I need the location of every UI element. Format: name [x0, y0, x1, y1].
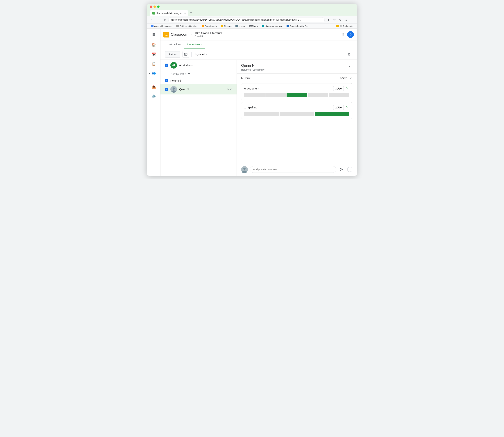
student-checkbox[interactable]: ✓: [165, 88, 168, 91]
grade-filter-label: Ungraded: [194, 53, 205, 56]
spelling-rubric-bar: [244, 112, 349, 116]
rubric-score: 50/70: [340, 77, 352, 80]
spelling-seg-1[interactable]: [280, 112, 314, 116]
split-area: ✓ All students Sort by status ▼: [161, 60, 357, 176]
app-container: ☰ 🏠 📅 📋 👥 ▶ 📥: [147, 29, 357, 176]
people-icon: 👥: [152, 71, 156, 76]
sort-dropdown-icon[interactable]: ▼: [188, 72, 191, 76]
detail-header: Quinn N Returned (See history) ×: [237, 60, 357, 73]
window-close-dot[interactable]: [150, 6, 152, 8]
argument-rubric-bar: [244, 93, 349, 97]
student-list-item[interactable]: ✓ Quinn N Draft: [161, 84, 237, 94]
hamburger-menu-button[interactable]: ☰: [150, 31, 158, 38]
argument-seg-3[interactable]: [308, 93, 328, 97]
argument-seg-2[interactable]: [287, 93, 307, 97]
bookmark-apps[interactable]: Apps with access...: [150, 24, 174, 28]
bookmark-all[interactable]: All Bookmarks: [335, 24, 355, 28]
checkbox-check-icon: ✓: [166, 64, 167, 67]
bookmarks-bar: Apps with access... Settings - Cookie...…: [147, 24, 357, 29]
detail-student-status: Returned (See history): [241, 68, 346, 71]
rubric-item-spelling-header: 1: Spelling 20/20: [244, 105, 349, 110]
spelling-expand-button[interactable]: [345, 105, 349, 110]
svg-point-2: [342, 33, 342, 34]
argument-expand-button[interactable]: [345, 86, 349, 91]
tab-title: Romeo and Juliet analysis.: [156, 12, 183, 15]
spelling-seg-2[interactable]: [315, 112, 349, 116]
window-maximize-dot[interactable]: [157, 6, 160, 8]
close-detail-button[interactable]: ×: [346, 63, 352, 69]
forward-button[interactable]: →: [156, 17, 161, 22]
bookmark-classes[interactable]: Classes: [219, 24, 233, 28]
sidebar-todo-button[interactable]: 📋: [150, 60, 158, 68]
student-checkbox-check-icon: ✓: [166, 88, 167, 91]
bookmark-google-id[interactable]: Google Identity Se...: [285, 24, 311, 28]
sidebar-archive-button[interactable]: 📥: [150, 83, 158, 90]
email-button[interactable]: [182, 51, 189, 58]
bookmark-current-label: current: [239, 25, 245, 27]
bookmark-discovery[interactable]: discovery example: [260, 24, 284, 28]
tab-student-work[interactable]: Student work: [184, 40, 205, 49]
rubric-total-score: 50/70: [340, 77, 347, 80]
svg-point-3: [343, 33, 343, 34]
profile-button[interactable]: ●: [343, 17, 349, 22]
argument-score: 30/50: [333, 86, 344, 91]
svg-point-4: [341, 34, 341, 35]
all-students-checkbox[interactable]: ✓: [165, 64, 168, 67]
bookmark-current[interactable]: current: [234, 24, 247, 28]
all-students-row: ✓ All students: [161, 60, 237, 71]
refresh-button[interactable]: ↻: [162, 17, 167, 22]
argument-criterion-name: 0: Argument: [244, 87, 259, 90]
argument-seg-1[interactable]: [265, 93, 286, 97]
bookmark-button[interactable]: ☆: [332, 17, 337, 22]
rubric-title: Rubric: [241, 76, 251, 80]
spelling-seg-0[interactable]: [244, 112, 279, 116]
google-apps-button[interactable]: [338, 31, 346, 38]
grade-dropdown-icon: ▼: [206, 53, 208, 56]
bookmark-api[interactable]: API gcp: [248, 24, 259, 28]
bookmark-settings[interactable]: Settings - Cookie...: [175, 24, 199, 28]
window-minimize-dot[interactable]: [153, 6, 156, 8]
tabs-bar: Instructions Student work: [161, 40, 357, 49]
course-title: 10th Grade Literature!: [194, 32, 223, 35]
assignment-settings-button[interactable]: [346, 51, 352, 58]
return-button[interactable]: Return: [165, 51, 180, 58]
comment-input[interactable]: [250, 166, 336, 173]
sidebar-settings-button[interactable]: ⚙️: [150, 93, 158, 100]
svg-point-8: [342, 35, 342, 36]
bookmark-discovery-label: discovery example: [265, 25, 282, 27]
download-button[interactable]: ⬇: [326, 17, 331, 22]
address-bar[interactable]: [168, 17, 325, 22]
bookmark-favicon-classes: [221, 25, 223, 27]
spelling-score: 20/20: [333, 105, 344, 110]
course-period: Period 3: [194, 35, 223, 38]
bookmark-apps-label: Apps with access...: [154, 25, 172, 27]
sort-label: Sort by status: [171, 73, 187, 76]
tab-instructions[interactable]: Instructions: [165, 40, 184, 49]
spelling-score-area: 20/20: [333, 105, 349, 110]
bookmark-favicon-google: [151, 25, 153, 27]
back-button[interactable]: ←: [150, 17, 155, 22]
argument-seg-0[interactable]: [244, 93, 265, 97]
rubric-item-argument-header: 0: Argument 30/50: [244, 86, 349, 91]
menu-button[interactable]: ⋮: [349, 17, 354, 22]
rubric-item-spelling: 1: Spelling 20/20: [241, 102, 352, 119]
bookmark-experiments[interactable]: Experiments: [200, 24, 218, 28]
new-tab-button[interactable]: +: [189, 9, 194, 16]
rubric-expand-button[interactable]: [349, 77, 352, 80]
grade-filter-dropdown[interactable]: Ungraded ▼: [191, 52, 210, 57]
extensions-button[interactable]: ⚙: [338, 17, 343, 22]
svg-rect-0: [165, 33, 168, 35]
expand-people-button[interactable]: ▶: [148, 72, 151, 75]
bookmark-favicon-discovery: [262, 25, 264, 27]
svg-point-12: [173, 88, 175, 90]
browser-tab-active[interactable]: Romeo and Juliet analysis. ×: [150, 10, 188, 16]
bookmark-api-label: gcp: [254, 25, 258, 27]
sidebar-home-button[interactable]: 🏠: [150, 41, 158, 49]
tab-close-button[interactable]: ×: [184, 12, 186, 15]
sidebar-calendar-button[interactable]: 📅: [150, 51, 158, 58]
send-comment-button[interactable]: [338, 166, 345, 173]
argument-seg-4[interactable]: [329, 93, 349, 97]
help-button[interactable]: ?: [347, 167, 352, 172]
returned-group-checkbox[interactable]: ✓: [165, 79, 168, 82]
user-avatar[interactable]: D: [347, 31, 354, 38]
